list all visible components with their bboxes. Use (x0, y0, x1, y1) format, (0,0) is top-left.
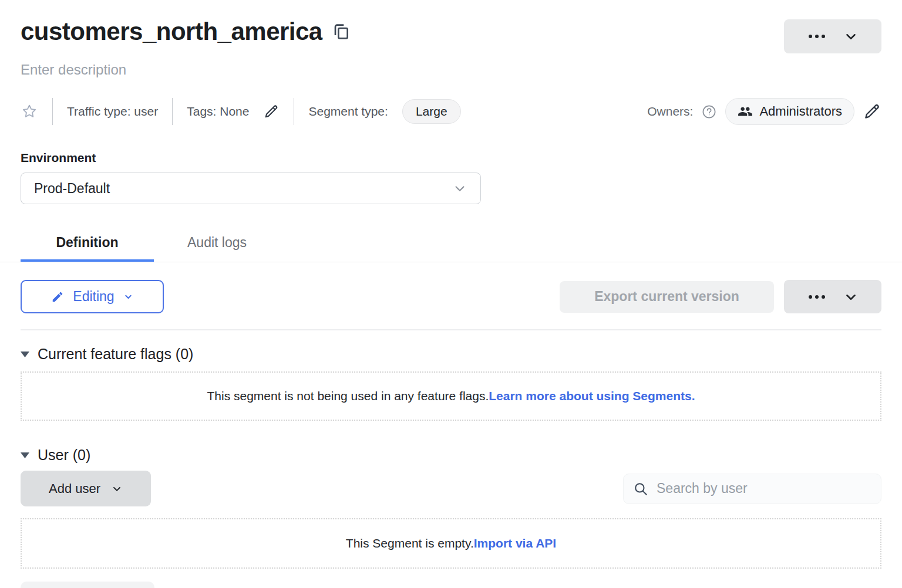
more-dots-icon (807, 295, 827, 299)
add-user-button[interactable]: Add user (21, 471, 151, 506)
feature-flags-empty-state: This segment is not being used in any fe… (21, 371, 881, 421)
section-divider (21, 329, 881, 330)
people-icon (738, 104, 753, 119)
segment-type-badge: Large (402, 99, 461, 124)
tab-bar: Definition Audit logs (0, 228, 902, 262)
meta-right: Owners: Administrators (647, 98, 881, 125)
favorite-star-icon[interactable] (21, 103, 38, 120)
user-empty-state: This Segment is empty.Import via API (21, 518, 881, 569)
feature-flags-heading[interactable]: Current feature flags (0) (21, 346, 881, 363)
page-title: customers_north_america (21, 18, 322, 46)
chevron-down-icon (111, 483, 123, 495)
chevron-down-icon (843, 289, 859, 305)
divider (172, 98, 173, 125)
definition-toolbar: Editing Export current version (21, 280, 881, 313)
add-user-label: Add user (49, 481, 100, 496)
user-heading-label: User (0) (38, 447, 90, 464)
title-wrap: customers_north_america (21, 18, 351, 46)
divider (52, 98, 53, 125)
owners-value: Administrators (759, 104, 842, 119)
pencil-icon (51, 290, 64, 303)
traffic-type-label: Traffic type: user (67, 104, 158, 119)
user-empty-text: This Segment is empty. (346, 536, 474, 550)
segment-type-label: Segment type: (308, 104, 388, 119)
chevron-down-icon (843, 29, 859, 44)
header-more-menu-button[interactable] (784, 19, 881, 53)
collapse-triangle-icon (21, 352, 29, 357)
feature-flags-empty-text: This segment is not being used in any fe… (207, 389, 489, 403)
user-heading[interactable]: User (0) (21, 447, 881, 464)
learn-more-link[interactable]: Learn more about using Segments. (489, 389, 695, 403)
user-controls: Add user (21, 471, 881, 506)
tab-audit-logs-label: Audit logs (187, 235, 247, 250)
tags-label: Tags: None (187, 104, 249, 119)
tab-definition-label: Definition (56, 235, 118, 250)
owners-badge[interactable]: Administrators (725, 98, 854, 125)
help-icon[interactable] (701, 104, 717, 120)
editing-mode-button[interactable]: Editing (21, 280, 164, 313)
feature-flags-section: Current feature flags (0) This segment i… (21, 346, 881, 421)
tab-definition[interactable]: Definition (21, 228, 154, 262)
editing-label: Editing (73, 289, 114, 305)
export-current-version-button[interactable]: Export current version (560, 281, 774, 313)
more-dots-icon (807, 35, 827, 38)
user-search (623, 474, 881, 504)
edit-tags-icon[interactable] (263, 103, 280, 120)
user-section: User (0) Add user This Segment is empty.… (21, 447, 881, 569)
import-via-api-link[interactable]: Import via API (474, 536, 556, 550)
environment-selected-value: Prod-Default (34, 181, 110, 197)
search-icon (633, 481, 648, 496)
collapse-triangle-icon (21, 452, 29, 458)
cut-off-button (21, 582, 154, 588)
tab-audit-logs[interactable]: Audit logs (154, 228, 280, 262)
feature-flags-heading-label: Current feature flags (0) (38, 346, 193, 363)
toolbar-right: Export current version (560, 280, 881, 313)
description-placeholder[interactable]: Enter description (21, 62, 881, 78)
edit-owners-icon[interactable] (863, 102, 881, 121)
toolbar-more-menu-button[interactable] (784, 280, 881, 313)
meta-left: Traffic type: user Tags: None Segment ty… (21, 98, 461, 125)
owners-label: Owners: (647, 104, 693, 119)
search-by-user-input[interactable] (655, 480, 871, 497)
environment-label: Environment (21, 151, 881, 165)
meta-row: Traffic type: user Tags: None Segment ty… (21, 98, 881, 125)
chevron-down-icon (123, 292, 133, 302)
chevron-down-icon (452, 181, 467, 196)
copy-icon[interactable] (332, 22, 351, 41)
segment-detail-page: customers_north_america Enter descriptio… (0, 0, 902, 588)
divider (294, 98, 294, 125)
header: customers_north_america (21, 0, 881, 53)
environment-select[interactable]: Prod-Default (21, 173, 481, 204)
